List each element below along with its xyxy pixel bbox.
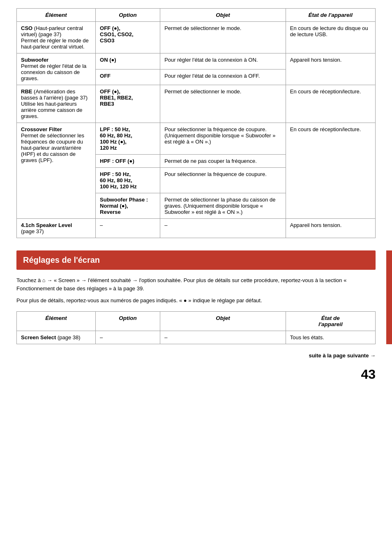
etat-text: En cours de réception/lecture. — [290, 126, 361, 132]
option-value: Subwoofer Phase :Normal (●),Reverse — [100, 197, 148, 215]
section-title: Réglages de l'écran — [23, 255, 100, 264]
element-cell: CSO (Haut-parleur central virtuel) (page… — [17, 22, 96, 53]
section-heading: Réglages de l'écran — [16, 250, 376, 270]
col-header-option2: Option — [96, 311, 160, 331]
element-desc: Permet de sélectionner les fréquences de… — [21, 132, 84, 163]
element-cell: Crossover Filter Permet de sélectionner … — [17, 123, 96, 219]
option-cell: ON (●) — [96, 53, 160, 70]
option-value: HPF : OFF (●) — [100, 158, 134, 164]
etat-text: Appareil hors tension. — [290, 57, 342, 63]
objet-cell: Permet de ne pas couper la fréquence. — [160, 155, 286, 168]
objet-text: Pour sélectionner la fréquence de coupur… — [164, 126, 275, 145]
element-title: Crossover Filter — [21, 126, 62, 132]
objet-text: Pour régler l'état de la connexion à ON. — [164, 57, 258, 63]
objet-cell: Pour régler l'état de la connexion à OFF… — [160, 69, 286, 85]
table-row: 4.1ch Speaker Level (page 37) – – Appare… — [17, 219, 376, 238]
option-cell: – — [96, 219, 160, 238]
element-desc: (page 38) — [58, 334, 81, 341]
objet-text: Permet de sélectionner le mode. — [164, 25, 241, 31]
option-cell: HPF : 50 Hz,60 Hz, 80 Hz,100 Hz, 120 Hz — [96, 168, 160, 193]
etat-cell: En cours de lecture du disque ou de lect… — [286, 22, 375, 53]
element-cell: RBE (Amélioration des basses à l'arrière… — [17, 85, 96, 123]
etat-cell: Appareil hors tension. — [286, 219, 375, 238]
objet-text: Pour régler l'état de la connexion à OFF… — [164, 73, 260, 79]
col-header-etat: État de l'appareil — [286, 9, 375, 22]
option-value: ON (●) — [100, 57, 116, 63]
section-desc2: Pour plus de détails, reportez-vous aux … — [16, 297, 376, 305]
option-value: HPF : 50 Hz,60 Hz, 80 Hz,100 Hz, 120 Hz — [100, 171, 137, 190]
option-value: OFF — [100, 73, 111, 79]
objet-cell: Pour régler l'état de la connexion à ON. — [160, 53, 286, 70]
etat-cell: En cours de réception/lecture. — [286, 123, 375, 219]
etat-text: En cours de lecture du disque ou de lect… — [290, 25, 368, 37]
option-value: LPF : 50 Hz,60 Hz, 80 Hz,100 Hz (●),120 … — [100, 126, 132, 151]
element-title: 4.1ch Speaker Level — [21, 222, 72, 228]
objet-cell: Permet de sélectionner le mode. — [160, 22, 286, 53]
element-cell: 4.1ch Speaker Level (page 37) — [17, 219, 96, 238]
etat-cell: Appareil hors tension. — [286, 53, 375, 85]
col-header-objet: Objet — [160, 9, 286, 22]
main-settings-table: Élément Option Objet État de l'appareil … — [16, 8, 376, 238]
table-row: Crossover Filter Permet de sélectionner … — [17, 123, 376, 155]
col-header-etat2: État del'appareil — [286, 311, 375, 331]
objet-cell: Pour sélectionner la fréquence de coupur… — [160, 123, 286, 155]
objet-cell: – — [160, 331, 286, 344]
option-cell: OFF (●),CSO1, CSO2,CSO3 — [96, 22, 160, 53]
objet-text: Pour sélectionner la fréquence de coupur… — [164, 171, 267, 177]
col-header-element: Élément — [17, 9, 96, 22]
option-value: OFF (●),RBE1, RBE2,RBE3 — [100, 88, 133, 107]
suite-label: suite à la page suivante → — [16, 352, 376, 359]
objet-cell: Permet de sélectionner le mode. — [160, 85, 286, 123]
option-cell: LPF : 50 Hz,60 Hz, 80 Hz,100 Hz (●),120 … — [96, 123, 160, 155]
objet-cell: Pour sélectionner la fréquence de coupur… — [160, 168, 286, 193]
option-cell: Subwoofer Phase :Normal (●),Reverse — [96, 193, 160, 219]
objet-cell: – — [160, 219, 286, 238]
element-title: RBE — [21, 88, 32, 95]
table-row: Screen Select (page 38) – – Tous les éta… — [17, 331, 376, 344]
section-reglages-ecran: Réglages de l'écran Touchez à ⌂ → « Scre… — [16, 250, 376, 344]
col-header-element2: Élément — [17, 311, 96, 331]
element-desc: (page 37) — [21, 228, 44, 234]
section-desc1: Touchez à ⌂ → « Screen » → l'élément sou… — [16, 276, 376, 292]
table-row: CSO (Haut-parleur central virtuel) (page… — [17, 22, 376, 53]
element-title: CSO — [21, 25, 32, 31]
objet-text: – — [164, 334, 167, 341]
etat-text: Appareil hors tension. — [290, 222, 342, 228]
etat-cell: En cours de réception/lecture. — [286, 85, 375, 123]
option-cell: – — [96, 331, 160, 344]
element-desc: Permet de régler l'état de la connexion … — [21, 63, 86, 81]
option-value: – — [100, 334, 103, 341]
option-value: OFF (●),CSO1, CSO2,CSO3 — [100, 25, 134, 44]
element-title: Subwoofer — [21, 57, 48, 63]
objet-text: Permet de sélectionner la phase du caiss… — [164, 197, 275, 215]
option-value: – — [100, 222, 103, 228]
objet-text: Permet de ne pas couper la fréquence. — [164, 158, 257, 164]
table-row: Subwoofer Permet de régler l'état de la … — [17, 53, 376, 70]
element-cell: Subwoofer Permet de régler l'état de la … — [17, 53, 96, 85]
element-title: Screen Select — [21, 334, 56, 341]
table-row: RBE (Amélioration des basses à l'arrière… — [17, 85, 376, 123]
objet-text: Permet de sélectionner le mode. — [164, 88, 241, 95]
etat-text: En cours de réception/lecture. — [290, 88, 361, 95]
page-number: 43 — [16, 367, 376, 382]
col-header-option: Option — [96, 9, 160, 22]
objet-cell: Permet de sélectionner la phase du caiss… — [160, 193, 286, 219]
element-cell: Screen Select (page 38) — [17, 331, 96, 344]
etat-text: Tous les états. — [290, 334, 324, 341]
option-cell: OFF (●),RBE1, RBE2,RBE3 — [96, 85, 160, 123]
etat-cell: Tous les états. — [286, 331, 375, 344]
red-side-bar — [386, 250, 392, 344]
option-cell: HPF : OFF (●) — [96, 155, 160, 168]
option-cell: OFF — [96, 69, 160, 85]
screen-settings-table: Élément Option Objet État del'appareil S… — [16, 311, 376, 344]
col-header-objet2: Objet — [160, 311, 286, 331]
objet-text: – — [164, 222, 167, 228]
